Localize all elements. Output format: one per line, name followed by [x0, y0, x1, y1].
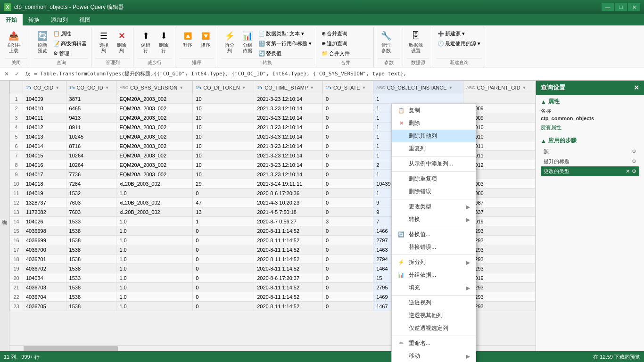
col-dropdown-co-time-stamp[interactable]: ▼ — [310, 85, 314, 90]
cell-co-gid[interactable]: 104018 — [23, 179, 66, 189]
cell-co-gid[interactable]: 104016 — [23, 160, 66, 170]
cell-co-state[interactable]: 0 — [323, 160, 373, 170]
table-row[interactable]: 11040093871EQM20A_2003_002102021-3-23 12… — [10, 94, 536, 104]
col-dropdown-co-di-token[interactable]: ▼ — [242, 85, 246, 90]
cell-co-time-stamp[interactable]: 2021-3-23 12:10:14 — [254, 170, 323, 179]
ctx-copy[interactable]: 📋 复制 — [392, 104, 476, 117]
cell-co-di-token[interactable]: 0 — [193, 189, 254, 198]
tab-home[interactable]: 开始 — [0, 14, 23, 25]
cell-co-state[interactable]: 0 — [323, 292, 373, 302]
ctx-delete-other-cols[interactable]: 删除其他列 — [392, 130, 476, 142]
cell-co-oc-id[interactable]: 10264 — [66, 151, 116, 160]
all-properties-link[interactable]: 所有属性 — [541, 124, 639, 131]
cell-co-di-token[interactable]: 47 — [193, 198, 254, 207]
cell-co-gid[interactable]: 4036700 — [23, 245, 66, 255]
split-col-button[interactable]: ⚡ 拆分列 — [221, 28, 238, 55]
col-dropdown-co-state[interactable]: ▼ — [362, 85, 366, 90]
cell-co-di-token[interactable]: 0 — [193, 255, 254, 264]
cell-co-state[interactable]: 0 — [323, 123, 373, 132]
ctx-move[interactable]: 移动 ▶ — [392, 350, 476, 362]
cell-co-di-token[interactable]: 10 — [193, 141, 254, 151]
keep-rows-button[interactable]: ⬆ 保留行 — [137, 28, 154, 55]
ctx-remove-error[interactable]: 删除错误 — [392, 185, 476, 198]
tab-addcol[interactable]: 添加列 — [45, 14, 74, 25]
append-query-button[interactable]: ⊕追加查询 — [320, 39, 351, 48]
cell-co-di-token[interactable]: 0 — [193, 302, 254, 311]
cell-co-oc-id[interactable]: 1538 — [66, 283, 116, 292]
cell-co-gid[interactable]: 104015 — [23, 151, 66, 160]
step-source[interactable]: 源 ⚙ — [541, 147, 639, 156]
cell-co-time-stamp[interactable]: 2021-4-3 10:20:23 — [254, 198, 323, 207]
cell-co-gid[interactable]: 104012 — [23, 123, 66, 132]
cell-co-time-stamp[interactable]: 2021-3-23 12:10:14 — [254, 141, 323, 151]
cell-co-state[interactable]: 0 — [323, 226, 373, 236]
combine-files-button[interactable]: 📁合并文件 — [320, 49, 351, 58]
ctx-unpivot-selected[interactable]: 仅逆透视选定列 — [392, 322, 476, 335]
cell-co-gid[interactable]: 104019 — [23, 189, 66, 198]
cell-co-di-token[interactable]: 10 — [193, 160, 254, 170]
cell-co-state[interactable]: 0 — [323, 302, 373, 311]
replace-values-button[interactable]: 🔄替换值 — [257, 49, 313, 58]
cell-co-sys-version[interactable]: EQM20A_2003_002 — [116, 170, 193, 179]
datatype-button[interactable]: 📄数据类型: 文本 ▾ — [257, 29, 313, 38]
cell-co-di-token[interactable]: 0 — [193, 283, 254, 292]
cell-co-gid[interactable]: 4036704 — [23, 292, 66, 302]
cell-co-sys-version[interactable]: 1.0 — [116, 245, 193, 255]
cell-co-gid[interactable]: 1328737 — [23, 198, 66, 207]
col-dropdown-co-sys-version[interactable]: ▼ — [179, 85, 183, 90]
ctx-unpivot-other[interactable]: 逆透视其他列 — [392, 309, 476, 322]
cell-co-di-token[interactable]: 10 — [193, 123, 254, 132]
left-panel-toggle[interactable]: 查询 — [0, 81, 9, 351]
step-source-gear-icon[interactable]: ⚙ — [632, 148, 636, 155]
cell-co-time-stamp[interactable]: 2020-8-11 1:14:52 — [254, 283, 323, 292]
cell-co-di-token[interactable]: 0 — [193, 292, 254, 302]
cell-co-state[interactable]: 0 — [323, 198, 373, 207]
close-upload-button[interactable]: 📤 关闭并上载 — [5, 28, 23, 55]
cell-co-di-token[interactable]: 10 — [193, 104, 254, 113]
right-panel-close-button[interactable]: ✕ — [634, 84, 639, 91]
cell-co-di-token[interactable]: 0 — [193, 264, 254, 273]
cell-co-sys-version[interactable]: EQM20A_2003_002 — [116, 94, 193, 104]
cell-co-parent-gid[interactable] — [463, 94, 536, 104]
tab-view[interactable]: 视图 — [74, 14, 96, 25]
cell-co-sys-version[interactable]: EQM20A_2003_002 — [116, 113, 193, 123]
advanced-editor-button[interactable]: 📝高级编辑器 — [52, 39, 88, 48]
cell-co-sys-version[interactable]: xL20B_2003_002 — [116, 198, 193, 207]
col-dropdown-co-parent-gid[interactable]: ▼ — [522, 85, 527, 90]
cell-co-sys-version[interactable]: EQM20A_2003_002 — [116, 141, 193, 151]
cell-co-oc-id[interactable]: 1538 — [66, 255, 116, 264]
cell-co-sys-version[interactable]: 1.0 — [116, 255, 193, 264]
new-source-button[interactable]: ➕新建源 ▾ — [436, 29, 482, 38]
select-cols-button[interactable]: ☰ 选择列 — [95, 28, 112, 55]
cell-co-oc-id[interactable]: 1538 — [66, 264, 116, 273]
cell-co-gid[interactable]: 104009 — [23, 94, 66, 104]
cell-co-oc-id[interactable]: 1538 — [66, 302, 116, 311]
cell-co-state[interactable]: 0 — [323, 179, 373, 189]
cell-co-oc-id[interactable]: 10245 — [66, 132, 116, 141]
cell-co-state[interactable]: 0 — [323, 141, 373, 151]
cell-co-di-token[interactable]: 0 — [193, 236, 254, 245]
cell-co-gid[interactable]: 104013 — [23, 132, 66, 141]
cell-co-oc-id[interactable]: 10264 — [66, 160, 116, 170]
cell-co-gid[interactable]: 104011 — [23, 113, 66, 123]
ctx-group-by[interactable]: 📊 分组依据... — [392, 269, 476, 281]
step-promoted-headers[interactable]: 提升的标题 ⚙ — [541, 156, 639, 166]
cell-co-sys-version[interactable]: 1.0 — [116, 189, 193, 198]
cell-co-state[interactable]: 0 — [323, 283, 373, 292]
ctx-replace-errors[interactable]: 替换错误... — [392, 241, 476, 254]
cell-co-sys-version[interactable]: 1.0 — [116, 264, 193, 273]
cell-co-gid[interactable]: 4036703 — [23, 283, 66, 292]
col-dropdown-co-object-instance[interactable]: ▼ — [449, 85, 453, 90]
cell-co-time-stamp[interactable]: 2020-8-11 1:14:52 — [254, 226, 323, 236]
cell-co-sys-version[interactable]: 1.0 — [116, 226, 193, 236]
col-dropdown-co-oc-id[interactable]: ▼ — [105, 85, 109, 90]
cell-co-state[interactable]: 0 — [323, 273, 373, 283]
recent-sources-button[interactable]: 🕐最近使用的源 ▾ — [436, 39, 482, 48]
cell-co-sys-version[interactable]: EQM20A_2003_002 — [116, 160, 193, 170]
cell-co-gid[interactable]: 4036698 — [23, 226, 66, 236]
cell-co-gid[interactable]: 4036705 — [23, 302, 66, 311]
cell-co-oc-id[interactable]: 9413 — [66, 113, 116, 123]
cell-co-oc-id[interactable]: 1538 — [66, 226, 116, 236]
cell-co-gid[interactable]: 104026 — [23, 217, 66, 226]
cell-co-gid[interactable]: 104034 — [23, 273, 66, 283]
